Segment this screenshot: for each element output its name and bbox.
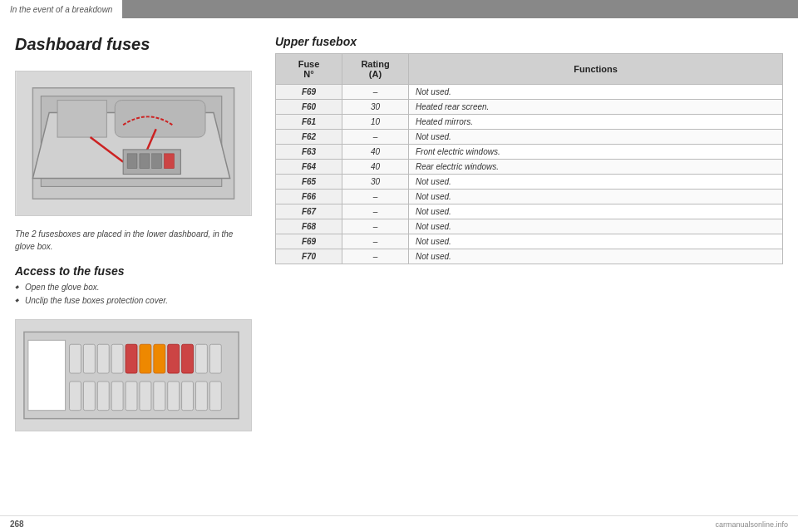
- table-row: F62–Not used.: [276, 130, 783, 145]
- svg-rect-37: [209, 382, 221, 411]
- fuse-rating: 30: [342, 100, 409, 115]
- fuse-number: F66: [276, 190, 342, 204]
- fuse-functions: Not used.: [409, 130, 783, 145]
- access-item-1: Open the glove box.: [15, 281, 252, 294]
- svg-rect-25: [195, 344, 207, 373]
- col-header-functions: Functions: [409, 54, 783, 85]
- page-number: 268: [10, 520, 24, 529]
- access-list: Open the glove box. Unclip the fuse boxe…: [15, 281, 252, 308]
- fuse-functions: Not used.: [409, 85, 783, 100]
- svg-rect-36: [195, 382, 207, 411]
- fuse-number: F63: [276, 145, 342, 160]
- svg-rect-26: [209, 344, 221, 373]
- svg-rect-32: [140, 382, 151, 411]
- svg-rect-19: [111, 344, 123, 373]
- main-content: Dashboard fuses: [0, 18, 798, 515]
- fuse-number: F69: [276, 85, 342, 100]
- fuse-rating: 40: [342, 145, 409, 160]
- svg-rect-23: [168, 344, 180, 373]
- fuse-number: F60: [276, 100, 342, 115]
- fuse-rating: –: [342, 234, 409, 249]
- fuse-functions: Not used.: [409, 190, 783, 204]
- table-row: F69–Not used.: [276, 85, 783, 100]
- fuse-functions: Heated rear screen.: [409, 100, 783, 115]
- svg-rect-31: [126, 382, 137, 411]
- fuse-number: F61: [276, 115, 342, 130]
- svg-rect-27: [70, 382, 81, 411]
- access-item-2: Unclip the fuse boxes protection cover.: [15, 294, 252, 308]
- fuse-rating: –: [342, 249, 409, 264]
- svg-rect-9: [127, 154, 137, 169]
- svg-rect-33: [154, 382, 165, 411]
- fuse-number: F64: [276, 160, 342, 175]
- access-section: Access to the fuses Open the glove box. …: [15, 264, 252, 308]
- fuse-rating: –: [342, 85, 409, 100]
- svg-rect-18: [97, 344, 109, 373]
- table-row: F6530Not used.: [276, 175, 783, 190]
- section-title: Dashboard fuses: [15, 35, 252, 54]
- svg-rect-24: [182, 344, 194, 373]
- fuse-image-bottom: [15, 319, 252, 431]
- footer: 268 carmanualsonline.info: [0, 515, 798, 532]
- fuse-number: F67: [276, 204, 342, 219]
- fuse-functions: Heated mirrors.: [409, 115, 783, 130]
- header-bar: In the event of a breakdown: [0, 0, 798, 18]
- fuse-rating: –: [342, 190, 409, 204]
- svg-rect-34: [168, 382, 180, 411]
- right-column: Upper fusebox FuseN° Rating(A) Functions…: [275, 35, 783, 507]
- svg-rect-4: [57, 101, 106, 137]
- fuse-rating: –: [342, 219, 409, 234]
- svg-rect-5: [115, 101, 205, 137]
- table-row: F68–Not used.: [276, 219, 783, 234]
- svg-rect-16: [70, 344, 81, 373]
- svg-rect-22: [154, 344, 165, 373]
- svg-rect-10: [140, 154, 150, 169]
- table-row: F66–Not used.: [276, 190, 783, 204]
- fuse-rating: 10: [342, 115, 409, 130]
- table-row: F69–Not used.: [276, 234, 783, 249]
- svg-rect-11: [152, 154, 162, 169]
- table-row: F6110Heated mirrors.: [276, 115, 783, 130]
- left-column: Dashboard fuses: [15, 35, 252, 507]
- footer-site: carmanualsonline.info: [715, 520, 788, 529]
- col-header-fuse: FuseN°: [276, 54, 342, 85]
- fuse-functions: Rear electric windows.: [409, 160, 783, 175]
- svg-rect-29: [97, 382, 109, 411]
- header-right-bar: [122, 0, 798, 18]
- fuse-rating: –: [342, 204, 409, 219]
- table-header-row: FuseN° Rating(A) Functions: [276, 54, 783, 85]
- table-row: F6340Front electric windows.: [276, 145, 783, 160]
- fuse-rating: 30: [342, 175, 409, 190]
- fuse-table: FuseN° Rating(A) Functions F69–Not used.…: [275, 53, 783, 264]
- table-row: F6030Heated rear screen.: [276, 100, 783, 115]
- fuse-functions: Not used.: [409, 219, 783, 234]
- svg-rect-15: [28, 340, 66, 410]
- fuse-diagram-svg-bottom: [16, 319, 251, 431]
- svg-rect-28: [83, 382, 95, 411]
- fuse-diagram-svg-top: [16, 71, 251, 215]
- caption-text: The 2 fusesboxes are placed in the lower…: [15, 228, 252, 253]
- fuse-rating: –: [342, 130, 409, 145]
- svg-rect-30: [111, 382, 123, 411]
- svg-rect-17: [83, 344, 95, 373]
- fuse-image-top: [15, 71, 252, 216]
- fuse-number: F68: [276, 219, 342, 234]
- fuse-functions: Not used.: [409, 175, 783, 190]
- access-title: Access to the fuses: [15, 264, 252, 278]
- fuse-number: F65: [276, 175, 342, 190]
- fuse-functions: Not used.: [409, 249, 783, 264]
- svg-rect-12: [165, 154, 175, 169]
- fuse-functions: Not used.: [409, 234, 783, 249]
- fuse-functions: Front electric windows.: [409, 145, 783, 160]
- svg-rect-20: [126, 344, 137, 373]
- fuse-functions: Not used.: [409, 204, 783, 219]
- table-row: F70–Not used.: [276, 249, 783, 264]
- fuse-number: F70: [276, 249, 342, 264]
- col-header-rating: Rating(A): [342, 54, 409, 85]
- table-row: F6440Rear electric windows.: [276, 160, 783, 175]
- section-title-area: Dashboard fuses: [15, 35, 252, 59]
- header-left-text: In the event of a breakdown: [0, 0, 122, 18]
- fuse-rating: 40: [342, 160, 409, 175]
- fuse-number: F62: [276, 130, 342, 145]
- upper-fusebox-title: Upper fusebox: [275, 35, 783, 48]
